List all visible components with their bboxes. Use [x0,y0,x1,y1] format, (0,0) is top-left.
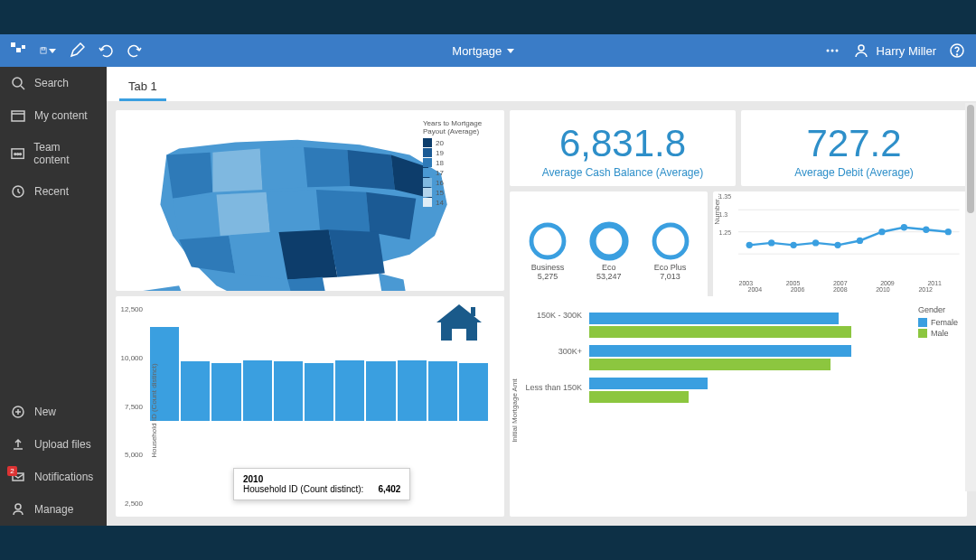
svg-point-27 [746,242,753,248]
sidebar-item-notifications[interactable]: 2Notifications [0,461,107,493]
plus-icon [11,405,25,419]
svg-point-23 [654,225,687,257]
svg-point-14 [14,154,16,155]
svg-point-16 [20,154,22,155]
grouped-bar-widget[interactable]: Initial Mortgage Amt Gender FemaleMale 1… [510,296,967,517]
notification-badge: 2 [7,466,17,476]
svg-rect-4 [42,48,45,50]
upload-icon [11,437,25,452]
bar[interactable] [243,360,272,421]
bar[interactable] [181,361,210,421]
metric-cash-balance[interactable]: 6,831.8 Average Cash Balance (Average) [510,110,736,186]
svg-point-6 [831,50,833,52]
svg-point-22 [593,225,625,257]
svg-point-15 [17,154,19,155]
svg-point-35 [924,227,930,233]
svg-point-21 [531,225,564,257]
sidebar-item-manage[interactable]: Manage [0,493,107,526]
map-legend: Years to Mortgage Payout (Average) 20191… [423,119,495,208]
metric-avg-debit[interactable]: 727.2 Average Debit (Average) [741,110,967,186]
line-chart-widget[interactable]: Number... 1.35 1.3 1.25 2003200520072009… [713,191,967,310]
map-widget[interactable]: Years to Mortgage Payout (Average) 20191… [116,110,504,291]
clock-icon [11,184,25,199]
svg-point-11 [13,78,22,87]
folder-icon [11,108,25,123]
svg-rect-2 [22,45,25,49]
edit-icon[interactable] [69,42,85,59]
svg-point-5 [826,50,829,52]
svg-rect-0 [11,42,15,47]
svg-point-34 [901,224,907,230]
save-icon[interactable] [40,42,56,59]
svg-point-30 [812,239,819,246]
bar[interactable] [428,361,457,421]
bell-icon: 2 [11,470,25,484]
bar[interactable] [211,363,240,421]
sidebar-item-upload[interactable]: Upload files [0,428,107,461]
sidebar-item-recent[interactable]: Recent [0,175,107,208]
app-logo-icon[interactable] [11,42,27,59]
svg-point-31 [835,242,841,248]
tab-bar: Tab 1 [107,67,976,101]
chart-tooltip: 2010 Household ID (Count distinct):6,402 [233,468,410,500]
house-icon [432,300,486,349]
donut-business: Business5,275 [526,219,569,281]
sidebar-item-search[interactable]: Search [0,67,107,99]
svg-point-7 [835,50,838,52]
sidebar-item-team-content[interactable]: Team content [0,132,107,175]
chevron-down-icon [507,49,514,53]
sidebar: Search My content Team content Recent Ne… [0,67,107,526]
bar-chart-widget[interactable]: Household ID (Count distinct) 12,50010,0… [116,296,504,517]
search-icon [11,76,25,90]
undo-icon[interactable] [98,42,114,59]
svg-point-20 [15,504,21,509]
donut-eco: Eco53,247 [587,219,631,281]
more-icon[interactable] [824,42,840,59]
user-icon [853,42,869,59]
help-icon[interactable] [949,42,965,59]
svg-rect-12 [12,111,24,121]
scrollbar[interactable] [965,103,976,491]
svg-point-10 [957,54,958,55]
bar[interactable] [274,361,303,421]
page-title[interactable]: Mortgage [155,44,812,58]
redo-icon[interactable] [127,42,143,59]
bar[interactable] [305,363,333,421]
bar[interactable] [459,363,488,421]
svg-rect-1 [16,48,21,52]
svg-point-28 [768,239,774,246]
svg-rect-3 [41,48,46,53]
sidebar-item-my-content[interactable]: My content [0,99,107,132]
donut-widget[interactable]: Business5,275Eco53,247Eco Plus7,013 [510,191,708,310]
bar[interactable] [398,360,427,421]
svg-point-33 [879,229,886,235]
manage-icon [11,502,25,517]
bar[interactable] [366,361,395,421]
svg-point-32 [857,238,863,244]
donut-eco-plus: Eco Plus7,013 [649,219,692,281]
bar[interactable] [335,360,364,421]
svg-point-29 [791,242,797,248]
scroll-thumb[interactable] [967,105,974,213]
svg-point-8 [859,45,864,51]
user-menu[interactable]: Harry Miller [853,42,936,59]
tab-1[interactable]: Tab 1 [119,74,166,101]
user-name: Harry Miller [877,44,936,58]
svg-point-36 [945,229,952,235]
sidebar-item-new[interactable]: New [0,396,107,428]
svg-rect-37 [471,307,475,316]
team-icon [11,146,24,161]
app-toolbar: Mortgage Harry Miller [0,34,976,67]
